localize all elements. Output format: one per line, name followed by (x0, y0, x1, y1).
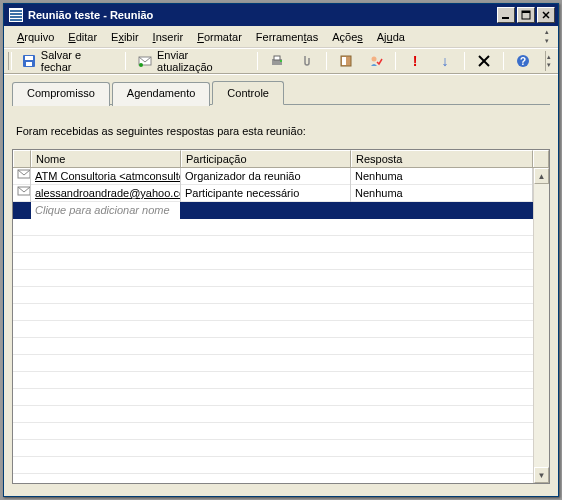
svg-rect-16 (274, 56, 280, 60)
menu-inserir[interactable]: Inserir (146, 29, 191, 45)
col-name[interactable]: Nome (31, 150, 181, 167)
svg-rect-19 (342, 57, 346, 65)
send-update-label: Enviar atualização (157, 49, 246, 73)
table-row[interactable]: alessandroandrade@yahoo.com Participante… (13, 185, 533, 202)
address-book-button[interactable] (333, 50, 359, 72)
svg-text:?: ? (520, 56, 526, 67)
svg-point-17 (280, 60, 282, 62)
help-button[interactable]: ? (510, 50, 536, 72)
table-row-add[interactable]: Clique para adicionar nome (13, 202, 533, 219)
check-person-icon (368, 53, 384, 69)
svg-point-14 (139, 63, 143, 67)
tabstrip: Compromisso Agendamento Controle (12, 81, 550, 105)
importance-low-button[interactable]: ↓ (432, 50, 458, 72)
toolbar-chevron-up-icon[interactable]: ▴ (544, 53, 554, 61)
tracking-grid: Nome Participação Resposta ATM Consultor… (12, 149, 550, 484)
chevron-up-icon[interactable]: ▴ (542, 28, 552, 36)
close-button[interactable] (537, 7, 555, 23)
chevron-down-icon[interactable]: ▾ (542, 37, 552, 45)
delete-icon (476, 53, 492, 69)
tab-agendamento[interactable]: Agendamento (112, 82, 211, 106)
grid-body: ATM Consultoria <atmconsultoria Organiza… (13, 168, 549, 483)
toolbar-chevron-down-icon[interactable]: ▾ (544, 61, 554, 69)
responses-status-text: Foram recebidas as seguintes respostas p… (16, 125, 546, 137)
toolbar-gripper[interactable] (8, 52, 12, 70)
help-icon: ? (515, 53, 531, 69)
col-icon[interactable] (13, 150, 31, 167)
col-response[interactable]: Resposta (351, 150, 533, 167)
attach-button[interactable] (294, 50, 320, 72)
row-icon (13, 168, 31, 185)
window-controls (497, 7, 555, 23)
importance-low-icon: ↓ (437, 53, 453, 69)
save-icon (21, 53, 37, 69)
menu-ajuda[interactable]: Ajuda (370, 29, 412, 45)
svg-rect-3 (10, 16, 22, 18)
scroll-track[interactable] (534, 184, 549, 467)
menu-acoes[interactable]: Ações (325, 29, 370, 45)
col-scroll-spacer (533, 150, 549, 167)
table-row[interactable]: ATM Consultoria <atmconsultoria Organiza… (13, 168, 533, 185)
scroll-down-button[interactable]: ▼ (534, 467, 549, 483)
svg-rect-7 (522, 11, 530, 13)
menu-arquivo[interactable]: Arquivo (10, 29, 61, 45)
save-close-button[interactable]: Salvar e fechar (16, 46, 119, 76)
svg-rect-11 (25, 56, 33, 60)
row-name[interactable]: alessandroandrade@yahoo.com (31, 185, 181, 202)
tab-compromisso[interactable]: Compromisso (12, 82, 110, 106)
row-name[interactable]: ATM Consultoria <atmconsultoria (31, 168, 181, 185)
svg-rect-1 (10, 10, 22, 12)
row-response: Nenhuma (351, 168, 533, 185)
menu-exibir[interactable]: Exibir (104, 29, 146, 45)
row-participation (181, 202, 351, 219)
check-names-button[interactable] (363, 50, 389, 72)
svg-rect-2 (10, 13, 22, 15)
add-name-placeholder[interactable]: Clique para adicionar nome (31, 202, 181, 219)
app-icon (8, 7, 24, 23)
paperclip-icon (299, 53, 315, 69)
svg-rect-5 (502, 17, 509, 19)
svg-point-20 (372, 57, 377, 62)
row-icon (13, 185, 31, 202)
svg-rect-4 (10, 19, 22, 21)
menu-editar[interactable]: Editar (61, 29, 104, 45)
print-icon (269, 53, 285, 69)
row-response (351, 202, 533, 219)
titlebar: Reunião teste - Reunião (4, 4, 558, 26)
book-icon (338, 53, 354, 69)
content-area: Compromisso Agendamento Controle Foram r… (4, 74, 558, 496)
menu-ferramentas[interactable]: Ferramentas (249, 29, 325, 45)
menu-formatar[interactable]: Formatar (190, 29, 249, 45)
meeting-window: Reunião teste - Reunião Arquivo Editar E… (3, 3, 559, 497)
delete-button[interactable] (471, 50, 497, 72)
send-icon (137, 53, 153, 69)
print-button[interactable] (264, 50, 290, 72)
col-participation[interactable]: Participação (181, 150, 351, 167)
importance-high-icon: ! (407, 53, 423, 69)
row-icon (13, 202, 31, 219)
window-title: Reunião teste - Reunião (28, 9, 497, 21)
importance-high-button[interactable]: ! (402, 50, 428, 72)
send-update-button[interactable]: Enviar atualização (132, 46, 251, 76)
minimize-button[interactable] (497, 7, 515, 23)
svg-rect-12 (26, 62, 32, 66)
toolbar: Salvar e fechar Enviar atualização ! ↓ ?… (4, 48, 558, 74)
tab-controle[interactable]: Controle (212, 81, 284, 105)
row-response: Nenhuma (351, 185, 533, 202)
scroll-up-button[interactable]: ▲ (534, 168, 549, 184)
row-participation: Participante necessário (181, 185, 351, 202)
menubar: Arquivo Editar Exibir Inserir Formatar F… (4, 26, 558, 48)
grid-rows[interactable]: ATM Consultoria <atmconsultoria Organiza… (13, 168, 533, 483)
grid-header: Nome Participação Resposta (13, 150, 549, 168)
save-close-label: Salvar e fechar (41, 49, 114, 73)
vertical-scrollbar[interactable]: ▲ ▼ (533, 168, 549, 483)
row-participation: Organizador da reunião (181, 168, 351, 185)
maximize-button[interactable] (517, 7, 535, 23)
